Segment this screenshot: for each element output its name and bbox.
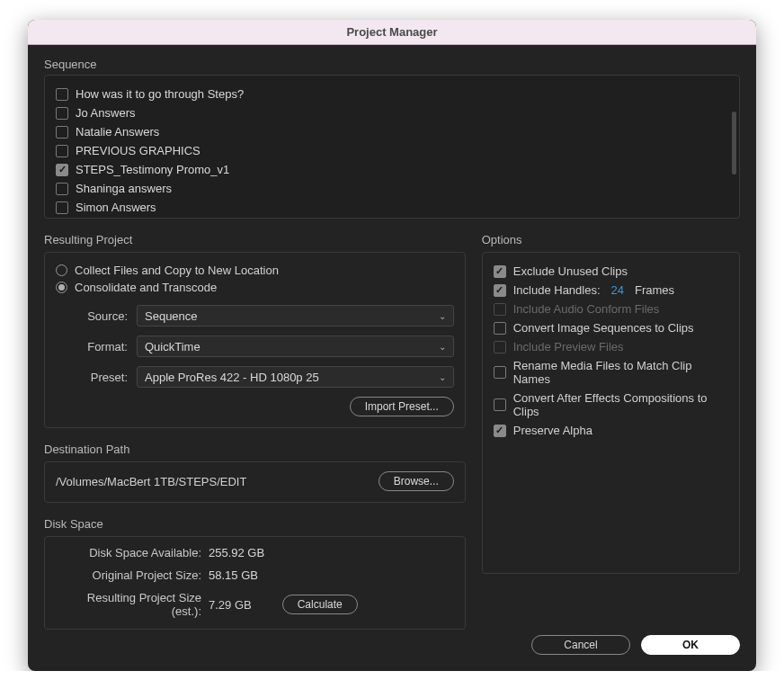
sequence-item-label: STEPS_Testimony Promo_v1 [76,163,229,176]
sequence-item[interactable]: How was it to go through Steps? [56,85,728,103]
preset-value: Apple ProRes 422 - HD 1080p 25 [145,371,319,384]
cancel-button[interactable]: Cancel [531,635,630,655]
sequence-item[interactable]: Natalie Answers [56,122,728,141]
sequence-item-label: PREVIOUS GRAPHICS [76,144,200,157]
available-value: 255.92 GB [209,546,264,559]
source-value: Sequence [145,309,198,323]
option-label: Convert Image Sequences to Clips [513,321,694,335]
destination-label: Destination Path [44,443,466,456]
original-size-label: Original Project Size: [56,568,209,582]
chevron-down-icon: ⌄ [439,372,446,382]
source-label: Source: [56,309,137,323]
original-size-value: 58.15 GB [209,568,258,582]
sequence-checkbox[interactable] [56,88,68,101]
sequence-item[interactable]: Jo Answers [56,103,728,122]
option-label: Preserve Alpha [513,424,592,437]
options-list: Exclude Unused ClipsInclude Handles:24Fr… [494,262,728,440]
sequence-checkbox[interactable] [56,145,68,157]
sequence-item-label: Jo Answers [76,106,135,120]
option-checkbox[interactable] [494,398,506,411]
option-label: Include Handles: [513,283,601,297]
sequence-checkbox[interactable] [56,126,68,139]
disk-space-label: Disk Space [44,517,466,531]
option-item[interactable]: Rename Media Files to Match Clip Names [494,356,728,389]
sequence-item-label: How was it to go through Steps? [76,87,244,101]
source-select[interactable]: Sequence ⌄ [137,305,454,327]
result-size-label: Resulting Project Size (est.): [56,591,209,618]
preset-select[interactable]: Apple ProRes 422 - HD 1080p 25 ⌄ [137,366,454,388]
sequence-label: Sequence [44,58,740,71]
calculate-button[interactable]: Calculate [282,595,358,614]
radio-consolidate-transcode[interactable] [56,282,67,293]
content-area: Sequence How was it to go through Steps?… [28,45,756,671]
format-select[interactable]: QuickTime ⌄ [137,336,454,357]
radio-collect-label: Collect Files and Copy to New Location [75,264,279,277]
sequence-item[interactable]: STEPS_Testimony Promo_v1 [56,160,728,179]
import-preset-button[interactable]: Import Preset... [350,397,454,416]
option-checkbox[interactable] [494,425,506,437]
sequence-item[interactable]: Shaninga answers [56,179,728,198]
sequence-item[interactable]: Simon Answers [56,198,728,217]
result-size-value: 7.29 GB [209,598,252,612]
chevron-down-icon: ⌄ [439,311,446,321]
resulting-project-label: Resulting Project [44,233,466,246]
sequence-item-label: Shaninga answers [76,182,172,195]
sequence-checkbox[interactable] [56,164,68,176]
chevron-down-icon: ⌄ [439,342,446,352]
sequence-list: How was it to go through Steps?Jo Answer… [56,85,728,217]
destination-path-group: Destination Path /Volumes/MacBert 1TB/ST… [44,443,466,503]
handles-suffix: Frames [635,283,674,297]
scrollbar-thumb[interactable] [732,112,736,174]
option-label: Convert After Effects Compositions to Cl… [513,391,728,418]
sequence-checkbox[interactable] [56,107,68,120]
option-item[interactable]: Convert After Effects Compositions to Cl… [494,389,728,421]
handles-value[interactable]: 24 [611,283,624,297]
option-checkbox[interactable] [494,284,506,297]
option-item[interactable]: Preserve Alpha [494,421,728,440]
option-checkbox [494,303,506,316]
option-label: Exclude Unused Clips [513,264,628,278]
format-value: QuickTime [145,340,200,353]
destination-path-value: /Volumes/MacBert 1TB/STEPS/EDIT [56,475,246,488]
option-item[interactable]: Include Handles:24Frames [494,281,728,300]
dialog-footer: Cancel OK [44,635,740,655]
option-item: Include Audio Conform Files [494,300,728,318]
sequence-item-label: Simon Answers [76,201,156,214]
preset-label: Preset: [56,371,137,384]
option-label: Rename Media Files to Match Clip Names [513,359,728,386]
sequence-item-label: Natalie Answers [76,125,159,139]
option-checkbox [494,341,506,353]
option-checkbox[interactable] [494,265,506,278]
disk-space-group: Disk Space Disk Space Available: 255.92 … [44,517,466,630]
project-manager-window: Project Manager Sequence How was it to g… [28,20,756,671]
sequence-item[interactable]: PREVIOUS GRAPHICS [56,141,728,160]
radio-consolidate-label: Consolidate and Transcode [75,281,217,294]
option-checkbox[interactable] [494,322,506,335]
options-label: Options [482,233,740,246]
options-group: Options Exclude Unused ClipsInclude Hand… [482,233,740,574]
option-label: Include Audio Conform Files [513,302,660,316]
option-label: Include Preview Files [513,340,624,353]
option-item[interactable]: Convert Image Sequences to Clips [494,318,728,337]
available-label: Disk Space Available: [56,546,209,559]
browse-button[interactable]: Browse... [379,471,454,491]
sequence-checkbox[interactable] [56,201,68,214]
sequence-checkbox[interactable] [56,183,68,195]
option-checkbox[interactable] [494,366,506,379]
format-label: Format: [56,340,137,353]
ok-button[interactable]: OK [641,635,740,655]
option-item: Include Preview Files [494,337,728,356]
resulting-project-group: Resulting Project Collect Files and Copy… [44,233,466,428]
option-item[interactable]: Exclude Unused Clips [494,262,728,281]
sequence-panel: How was it to go through Steps?Jo Answer… [44,75,740,219]
radio-collect-files[interactable] [56,264,67,276]
window-title: Project Manager [28,20,756,45]
